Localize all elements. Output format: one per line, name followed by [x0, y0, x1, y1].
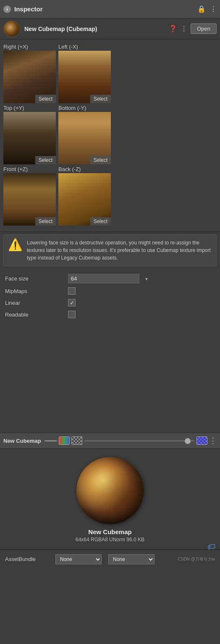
- tag-icon: 🏷: [207, 542, 216, 552]
- asset-bundle-row: AssetBundle None None CSDN @万有引力w: [0, 550, 220, 568]
- mini-bar-left: [45, 440, 57, 441]
- linear-label: Linear: [5, 300, 68, 306]
- asset-name: New Cubemap (Cubemap): [24, 26, 169, 32]
- mipmaps-row: MipMaps: [5, 285, 215, 297]
- bottom-select-btn[interactable]: Select: [90, 156, 111, 164]
- open-button[interactable]: Open: [191, 23, 217, 34]
- sphere-detail: [76, 457, 144, 524]
- readable-row: Readable: [5, 309, 215, 320]
- cubemap-grid: Right (+X) Select Left (-X) Select Top (…: [0, 39, 220, 232]
- preview-info: 64x64 RGBA8 UNorm 96.0 KB: [76, 537, 144, 543]
- face-bottom-col: Bottom (-Y) Select: [58, 105, 111, 164]
- linear-row: Linear: [5, 297, 215, 309]
- face-back-col: Back (-Z) Select: [58, 166, 111, 226]
- top-select-btn[interactable]: Select: [35, 156, 56, 164]
- top-label: Top (+Y): [3, 105, 56, 111]
- checker-mode-btn[interactable]: [71, 436, 82, 445]
- readable-checkbox[interactable]: [68, 311, 76, 318]
- warning-icon: ⚠️: [8, 239, 23, 251]
- inspector-header: i Inspector 🔒 ⋮: [0, 0, 220, 18]
- bottom-asset-name: New Cubemap: [3, 438, 41, 444]
- properties-section: Face size 16 32 64 128 256 512 1024 2048…: [0, 269, 220, 324]
- asset-bar-controls: ⋮: [45, 436, 217, 445]
- preview-more-icon[interactable]: ⋮: [209, 436, 217, 445]
- face-top-col: Top (+Y) Select: [3, 105, 56, 164]
- linear-checkbox[interactable]: [68, 299, 76, 306]
- slider-thumb: [185, 438, 191, 444]
- face-front-col: Front (+Z) Select: [3, 166, 56, 226]
- bottom-label: Bottom (-Y): [58, 105, 111, 111]
- back-label: Back (-Z): [58, 166, 111, 172]
- front-label: Front (+Z): [3, 166, 56, 172]
- front-face-slot: Select: [3, 173, 56, 226]
- face-left-col: Left (-X) Select: [58, 44, 111, 103]
- watermark-text: CSDN @万有引力w: [178, 556, 215, 562]
- face-size-row: Face size 16 32 64 128 256 512 1024 2048: [5, 272, 215, 285]
- asset-thumbnail: [3, 21, 20, 37]
- asset-bundle-select-2[interactable]: None: [108, 554, 155, 564]
- face-size-select[interactable]: 16 32 64 128 256 512 1024 2048: [68, 274, 139, 283]
- inspector-icon: i: [3, 5, 11, 13]
- readable-label: Readable: [5, 312, 68, 318]
- right-select-btn[interactable]: Select: [35, 95, 56, 103]
- asset-row: New Cubemap (Cubemap) ❓ ⋮ Open: [0, 18, 220, 39]
- mipmaps-checkbox[interactable]: [68, 287, 76, 295]
- asset-bundle-label: AssetBundle: [5, 556, 55, 562]
- face-size-label: Face size: [5, 275, 68, 282]
- face-row-1: Right (+X) Select Left (-X) Select: [3, 44, 217, 103]
- face-size-wrapper: 16 32 64 128 256 512 1024 2048: [68, 274, 152, 283]
- asset-bundle-container: 🏷 AssetBundle None None CSDN @万有引力w: [0, 550, 220, 568]
- top-face-slot: Select: [3, 112, 56, 164]
- lock-icon[interactable]: 🔒: [197, 5, 206, 13]
- asset-more-icon[interactable]: ⋮: [181, 25, 187, 33]
- left-label: Left (-X): [58, 44, 111, 50]
- bottom-face-slot: Select: [58, 112, 111, 164]
- front-select-btn[interactable]: Select: [35, 217, 56, 226]
- back-face-slot: Select: [58, 173, 111, 226]
- right-label: Right (+X): [3, 44, 56, 50]
- mipmaps-label: MipMaps: [5, 288, 68, 294]
- face-row-3: Front (+Z) Select Back (-Z) Select: [3, 166, 217, 226]
- header-actions: 🔒 ⋮: [197, 5, 217, 13]
- empty-space: [0, 324, 220, 433]
- left-face-slot: Select: [58, 51, 111, 103]
- face-row-2: Top (+Y) Select Bottom (-Y) Select: [3, 105, 217, 164]
- back-select-btn[interactable]: Select: [90, 217, 111, 226]
- preview-sphere: [76, 457, 144, 524]
- face-size-value: 16 32 64 128 256 512 1024 2048: [68, 274, 215, 283]
- inspector-title: Inspector: [14, 5, 197, 13]
- bottom-asset-bar: New Cubemap ⋮: [0, 433, 220, 449]
- asset-help-icon[interactable]: ❓: [169, 25, 177, 33]
- asset-thumb-image: [4, 21, 20, 37]
- preview-name: New Cubemap: [88, 528, 131, 535]
- right-face-slot: Select: [3, 51, 56, 103]
- face-right-col: Right (+X) Select: [3, 44, 56, 103]
- preview-slider[interactable]: [84, 440, 195, 441]
- preview-area: New Cubemap 64x64 RGBA8 UNorm 96.0 KB: [0, 449, 220, 550]
- more-options-icon[interactable]: ⋮: [210, 5, 217, 13]
- uv-mode-btn[interactable]: [196, 436, 207, 445]
- warning-text: Lowering face size is a destructive oper…: [27, 239, 212, 262]
- left-select-btn[interactable]: Select: [90, 95, 111, 103]
- color-mode-btn[interactable]: [59, 436, 70, 445]
- asset-bundle-select-1[interactable]: None: [55, 554, 102, 564]
- warning-box: ⚠️ Lowering face size is a destructive o…: [3, 234, 217, 266]
